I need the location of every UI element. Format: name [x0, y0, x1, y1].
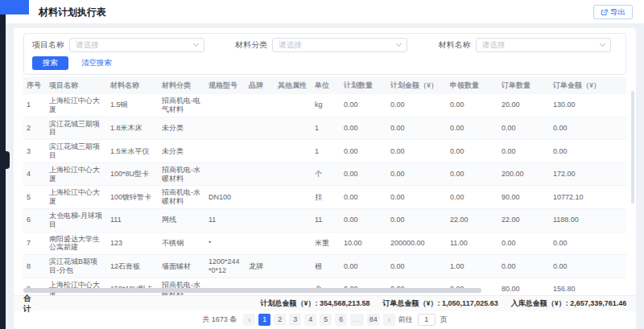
table-cell	[246, 117, 275, 140]
search-button[interactable]: 搜索	[32, 56, 68, 70]
table-cell: 上海松江中心大厦	[46, 94, 107, 117]
filter-select-2[interactable]: 请选择	[272, 38, 407, 52]
table-cell: 南阳盛达大学生公寓新建	[46, 232, 107, 255]
export-button[interactable]: 导出	[593, 5, 633, 19]
table-cell	[246, 232, 275, 255]
goto-label: 前往	[398, 315, 413, 325]
table-cell: 5	[23, 186, 46, 209]
table-row: 8滨江花城B期项目-分包12石膏板墙面辅材1200*244*0*12龙牌根0.0…	[23, 255, 626, 278]
filter-actions: 搜索 清空搜索	[32, 56, 617, 70]
table-cell: 1.5铜	[107, 94, 159, 117]
table-cell: 0.00	[550, 117, 626, 140]
chevron-down-icon	[396, 41, 402, 47]
goto-page-input[interactable]	[418, 314, 436, 326]
table-cell: 不锈钢	[159, 232, 205, 255]
table-cell: 太仓电梯-月球项目	[46, 208, 107, 232]
page-button-4[interactable]: 4	[304, 314, 316, 326]
sidebar-toggle-handle[interactable]	[6, 151, 10, 169]
summary-item: 入库总金额（¥）: 2,657,339,761.46	[511, 298, 627, 309]
table-header-cell: 计划金额（¥）	[387, 77, 447, 94]
filter-group-3: 材料名称请选择	[439, 38, 617, 52]
table-cell	[246, 208, 275, 232]
prev-page-button[interactable]: ‹	[243, 314, 255, 326]
page-ellipsis: ...	[350, 314, 364, 326]
table-header-cell: 品牌	[246, 77, 275, 94]
table-cell	[246, 186, 275, 209]
table-header-row: 序号项目名称材料名称材料分类规格型号品牌其他属性单位计划数量计划金额（¥）申领数…	[23, 77, 626, 94]
filter-select-3[interactable]: 请选择	[476, 38, 611, 52]
table-header-cell: 计划数量	[341, 77, 387, 94]
table-cell	[275, 140, 312, 163]
table-cell: 11.00	[447, 232, 498, 255]
table-row: 1上海松江中心大厦1.5铜招商机电-电气材料kg0.000.000.0020.0…	[23, 94, 626, 117]
filter-label: 项目名称	[32, 39, 64, 51]
table-header-cell: 项目名称	[46, 77, 107, 94]
horizontal-scrollbar-thumb[interactable]	[23, 288, 481, 293]
table-cell	[205, 117, 246, 140]
table-cell	[275, 255, 312, 278]
table-cell: 1	[312, 140, 341, 163]
filter-select-1[interactable]: 请选择	[69, 38, 204, 52]
table-cell: 0.00	[447, 186, 498, 209]
table-cell: 米重	[312, 232, 341, 255]
table-row: 6太仓电梯-月球项目111网线11110.000.0022.0022.00118…	[23, 208, 626, 232]
table-cell: 100*8U型卡	[107, 162, 159, 186]
filter-label: 材料分类	[235, 39, 267, 51]
top-bar: 材料计划执行表 导出	[6, 0, 644, 24]
table-cell: 11	[205, 208, 246, 232]
table-cell: 200000.00	[387, 232, 447, 255]
table-cell: 0.00	[341, 208, 387, 232]
table-cell: 123	[107, 232, 159, 255]
table-cell: 0.00	[341, 186, 387, 209]
page-button-1[interactable]: 1	[258, 314, 270, 326]
table-row: 7南阳盛达大学生公寓新建123不锈钢*米重10.00200000.0011.00…	[23, 232, 626, 255]
table-cell: 0.00	[498, 140, 550, 163]
table-header-cell: 申领数量	[447, 77, 498, 94]
table-cell: 网线	[159, 208, 205, 232]
page-button-6[interactable]: 6	[335, 314, 347, 326]
table-cell: 招商机电-水暖材料	[159, 162, 205, 186]
table-cell: 招商机电-水暖材料	[159, 186, 205, 209]
table-cell: 0.00	[341, 140, 387, 163]
table-header-cell: 订单金额（¥）	[550, 77, 626, 94]
table-cell: 1.00	[447, 255, 498, 278]
table-header-cell: 序号	[23, 77, 46, 94]
summary-item-value: 2,657,339,761.46	[570, 299, 626, 307]
vertical-scrollbar[interactable]	[631, 91, 634, 204]
table-row: 3滨江花城三期项目1.5米水平仪未分类10.000.000.000.000.00	[23, 140, 626, 163]
collapsed-sidebar[interactable]	[0, 0, 6, 329]
page-content: 项目名称请选择材料分类请选择材料名称请选择 搜索 清空搜索 序号项目名称材料名称…	[6, 24, 644, 329]
filter-group-2: 材料分类请选择	[235, 38, 414, 52]
table-cell: 上海松江中心大厦	[46, 186, 107, 209]
table-cell: 1.5米水平仪	[107, 140, 159, 163]
table-cell: 挂	[312, 186, 341, 209]
table-cell: 0.00	[387, 186, 447, 209]
table-cell: 滨江花城三期项目	[46, 117, 107, 140]
table-cell: 未分类	[159, 140, 205, 163]
next-page-button[interactable]: ›	[383, 314, 395, 326]
summary-item-label: 订单总金额（¥）:	[383, 299, 443, 307]
table-cell	[205, 94, 246, 117]
table-cell: 3	[23, 140, 46, 163]
table-cell	[275, 208, 312, 232]
table-cell: 未分类	[159, 117, 205, 140]
clear-search-button[interactable]: 清空搜索	[81, 58, 112, 68]
table-cell	[205, 162, 246, 186]
table-cell: 22.00	[498, 208, 550, 232]
table-cell	[275, 117, 312, 140]
table-cell: 1	[23, 94, 46, 117]
table-row: 4上海松江中心大厦100*8U型卡招商机电-水暖材料个0.000.000.002…	[23, 162, 626, 186]
select-placeholder: 请选择	[76, 40, 99, 51]
table-cell	[275, 232, 312, 255]
page-button-84[interactable]: 84	[367, 314, 380, 326]
table-cell: 111	[107, 208, 159, 232]
select-placeholder: 请选择	[279, 40, 302, 51]
page-button-3[interactable]: 3	[289, 314, 301, 326]
page-button-5[interactable]: 5	[320, 314, 332, 326]
table-cell: 滨江花城三期项目	[46, 140, 107, 163]
summary-item-value: 1,050,117,025.63	[442, 299, 498, 307]
table-cell	[275, 94, 312, 117]
table-cell: 0.00	[341, 255, 387, 278]
page-button-2[interactable]: 2	[274, 314, 286, 326]
table-cell	[246, 94, 275, 117]
